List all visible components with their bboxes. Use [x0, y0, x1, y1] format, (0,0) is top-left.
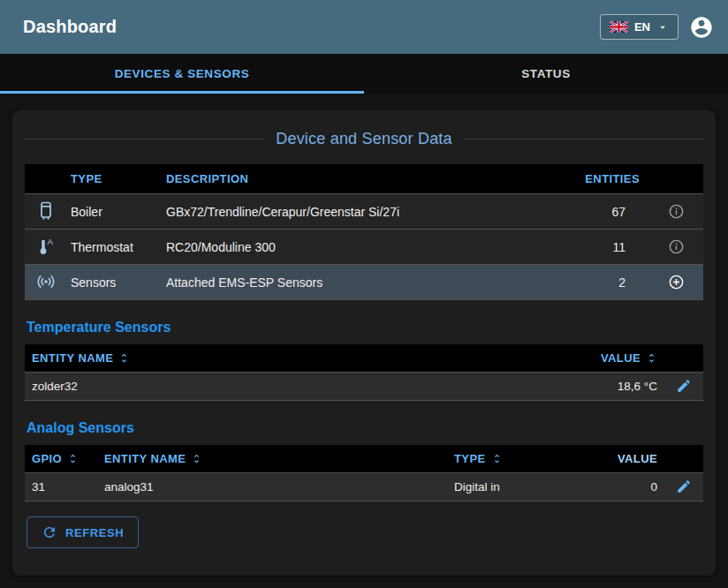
section-title: Device and Sensor Data — [25, 130, 703, 148]
col-entities: ENTITIES — [564, 164, 648, 194]
sensors-icon — [35, 271, 57, 292]
devices-table-header: TYPE DESCRIPTION ENTITIES — [25, 164, 703, 194]
col-type[interactable]: TYPE — [447, 445, 580, 473]
refresh-icon — [42, 524, 57, 540]
caret-down-icon — [656, 21, 669, 34]
col-device-icon — [25, 164, 64, 194]
col-entity-name-label: ENTITY NAME — [104, 452, 186, 465]
sort-icon — [491, 453, 503, 464]
col-entity-name[interactable]: ENTITY NAME — [25, 344, 550, 373]
account-icon — [689, 15, 714, 40]
col-action — [648, 164, 703, 194]
analog-sensors-heading: Analog Sensors — [27, 420, 701, 436]
refresh-button[interactable]: REFRESH — [27, 516, 139, 548]
device-description: GBx72/Trendline/Cerapur/Greenstar Si/27i — [159, 194, 564, 230]
device-entities: 67 — [564, 194, 648, 230]
device-description: Attached EMS-ESP Sensors — [159, 265, 564, 300]
analog-sensor-row[interactable]: 31 analog31 Digital in 0 — [25, 473, 703, 501]
device-description: RC20/Moduline 300 — [159, 230, 564, 265]
info-icon — [668, 238, 685, 255]
temperature-sensor-row[interactable]: zolder32 18,6 °C — [25, 373, 703, 401]
sensor-type: Digital in — [447, 473, 580, 501]
language-selector[interactable]: EN — [600, 14, 679, 40]
thermostat-icon: A — [35, 236, 57, 257]
col-action — [664, 344, 703, 373]
analog-sensors-table: GPIO ENTITY NAME — [25, 445, 703, 501]
col-type: TYPE — [64, 164, 159, 194]
content: Device and Sensor Data TYPE DESCRIPTION … — [0, 94, 728, 588]
col-entity-name[interactable]: ENTITY NAME — [97, 445, 447, 473]
temperature-sensors-table: ENTITY NAME VALUE — [25, 344, 703, 401]
sort-icon — [118, 352, 130, 364]
add-circle-icon — [668, 274, 685, 290]
temperature-table-header: ENTITY NAME VALUE — [25, 344, 703, 373]
sort-icon — [191, 453, 202, 464]
edit-pencil-icon — [676, 378, 692, 394]
info-icon — [668, 203, 685, 220]
sensor-gpio: 31 — [25, 473, 97, 501]
sort-icon — [67, 453, 79, 464]
uk-flag-icon — [610, 21, 628, 33]
add-sensor-button[interactable] — [668, 274, 685, 290]
divider-line — [465, 139, 703, 139]
svg-text:A: A — [48, 237, 54, 246]
col-gpio[interactable]: GPIO — [25, 445, 97, 473]
col-description: DESCRIPTION — [159, 164, 564, 194]
edit-sensor-button[interactable] — [676, 479, 692, 494]
sensor-entity-name: analog31 — [97, 473, 447, 501]
app-bar: Dashboard EN — [0, 0, 728, 54]
sort-icon — [646, 352, 657, 364]
col-entity-name-label: ENTITY NAME — [32, 351, 113, 365]
appbar-actions: EN — [600, 14, 714, 40]
active-tab-indicator — [0, 91, 364, 94]
dashboard-card: Device and Sensor Data TYPE DESCRIPTION … — [12, 110, 716, 576]
device-type: Sensors — [64, 265, 159, 300]
boiler-icon — [35, 200, 57, 222]
refresh-label: REFRESH — [65, 526, 124, 539]
page-title: Dashboard — [23, 17, 117, 37]
divider-line — [25, 139, 263, 139]
analog-table-header: GPIO ENTITY NAME — [25, 445, 703, 473]
temperature-sensors-heading: Temperature Sensors — [27, 320, 701, 335]
devices-table: TYPE DESCRIPTION ENTITIES — [25, 164, 703, 300]
tab-bar: DEVICES & SENSORS STATUS — [0, 54, 728, 94]
edit-sensor-button[interactable] — [676, 378, 692, 394]
edit-pencil-icon — [676, 479, 692, 494]
col-action — [664, 445, 703, 473]
col-value-label: VALUE — [601, 351, 641, 365]
col-type-label: TYPE — [454, 452, 486, 465]
col-gpio-label: GPIO — [32, 452, 62, 465]
sensor-value: 18,6 °C — [550, 373, 664, 401]
device-row-boiler[interactable]: Boiler GBx72/Trendline/Cerapur/Greenstar… — [25, 194, 703, 230]
col-value[interactable]: VALUE — [550, 344, 664, 373]
language-label: EN — [634, 20, 650, 34]
sensor-value: 0 — [580, 473, 664, 501]
app: Dashboard EN — [0, 0, 728, 588]
section-title-text: Device and Sensor Data — [276, 130, 452, 148]
sensor-entity-name: zolder32 — [25, 373, 550, 401]
device-row-sensors[interactable]: Sensors Attached EMS-ESP Sensors 2 — [25, 265, 703, 300]
device-type: Thermostat — [64, 230, 159, 265]
info-button[interactable] — [668, 238, 685, 255]
device-entities: 2 — [564, 265, 648, 300]
col-value[interactable]: VALUE — [580, 445, 664, 473]
device-row-thermostat[interactable]: A Thermostat RC20/Moduline 300 11 — [25, 230, 703, 265]
device-type: Boiler — [64, 194, 159, 230]
device-entities: 11 — [564, 230, 648, 265]
info-button[interactable] — [668, 203, 685, 220]
tab-status[interactable]: STATUS — [364, 54, 728, 94]
account-button[interactable] — [689, 15, 714, 40]
tab-devices-sensors[interactable]: DEVICES & SENSORS — [0, 54, 364, 94]
